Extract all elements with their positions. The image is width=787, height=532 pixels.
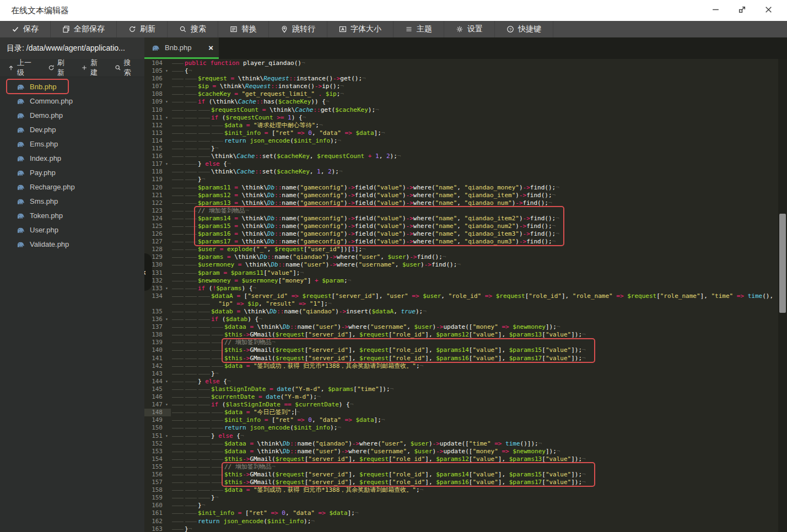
fold-arrow-icon[interactable]: ▾ [163,432,171,440]
gutter-line-number[interactable]: 141 [144,355,171,362]
gutter-line-number[interactable]: 147▾ [144,401,171,409]
toolbar-button-save[interactable]: 保存 [0,21,51,37]
code-row[interactable]: 162return json_encode($init_info);¬ [144,518,787,525]
code-row[interactable]: 163}¬ [144,525,787,532]
gutter-line-number[interactable] [144,300,171,308]
code-row[interactable]: 121$params12 = \think\Db::name("gameconf… [144,192,787,199]
gutter-line-number[interactable]: 121 [144,192,171,199]
code-row[interactable]: 126$params16 = \think\Db::name("gameconf… [144,230,787,238]
code-row[interactable]: 156$this->GMmail($request["server_id"], … [144,471,787,479]
gutter-line-number[interactable]: 154 [144,455,171,463]
gutter-line-number[interactable]: 160 [144,502,171,509]
gutter-line-number[interactable]: 108 [144,90,171,98]
gutter-line-number[interactable]: 138 [144,331,171,339]
maximize-button[interactable] [731,3,753,18]
code-row[interactable]: 147▾if ($lastSignInDate == $currentDate)… [144,401,787,409]
code-row[interactable]: 143}¬ [144,370,787,378]
gutter-line-number[interactable]: 149 [144,416,171,424]
code-row[interactable]: 141$this->GMmail($request["server_id"], … [144,355,787,362]
code-row[interactable]: 122$params13 = \think\Db::name("gameconf… [144,199,787,207]
fold-arrow-icon[interactable]: ▾ [163,401,171,409]
code-row[interactable]: 104public function player_qiandao()¬ [144,59,787,67]
gutter-line-number[interactable]: 137 [144,323,171,331]
file-item-recharge-php[interactable]: Recharge.php [0,180,144,194]
gutter-line-number[interactable]: 104 [144,59,171,67]
gutter-line-number[interactable]: 126 [144,230,171,238]
gutter-line-number[interactable]: 120 [144,184,171,192]
code-row[interactable]: 157$this->GMmail($request["server_id"], … [144,479,787,486]
code-row[interactable]: 107$ip = \think\Request::instance()->ip(… [144,83,787,90]
code-row[interactable]: 160}¬ [144,502,787,509]
sidebar-collapse-handle[interactable]: ‹ [144,253,152,291]
fold-arrow-icon[interactable]: ▾ [163,378,171,386]
code-row[interactable]: 109▾if (\think\Cache::has($cacheKey)) {¬ [144,98,787,106]
code-row[interactable]: 113$init_info = ["ret" => 0, "data" => $… [144,129,787,137]
gutter-line-number[interactable]: 158 [144,486,171,494]
file-item-dev-php[interactable]: Dev.php [0,122,144,137]
fold-arrow-icon[interactable]: ▾ [163,285,171,292]
code-row[interactable]: 129$params = \think\Db::name("qiandao")-… [144,253,787,261]
code-row[interactable]: 111▾if ($requestCount >= 1) {¬ [144,114,787,122]
code-row[interactable]: 125$params15 = \think\Db::name("gameconf… [144,222,787,230]
minimize-button[interactable] [704,3,726,18]
code-row[interactable]: 150return json_encode($init_info);¬ [144,424,787,432]
file-item-sms-php[interactable]: Sms.php [0,194,144,208]
fold-arrow-icon[interactable]: ▾ [163,67,171,75]
gutter-line-number[interactable]: 140 [144,346,171,354]
gutter-line-number[interactable]: 106 [144,75,171,83]
gutter-line-number[interactable]: 143 [144,370,171,378]
code-row[interactable]: 108$cacheKey = "get_request_limit_" . $i… [144,90,787,98]
code-row[interactable]: 131$param = $params11["value"];¬ [144,269,787,277]
code-row[interactable]: 159}¬ [144,494,787,502]
toolbar-button-settings[interactable]: 设置 [444,21,495,37]
gutter-line-number[interactable]: 110 [144,106,171,114]
code-row[interactable]: 120$params11 = \think\Db::name("gameconf… [144,184,787,192]
gutter-line-number[interactable]: 113 [144,129,171,137]
code-row[interactable]: 148$data = "今日已签到";¬ [144,409,787,416]
gutter-line-number[interactable]: 150 [144,424,171,432]
gutter-line-number[interactable]: 109▾ [144,98,171,106]
gutter-line-number[interactable]: 123 [144,207,171,215]
file-item-index-php[interactable]: Index.php [0,151,144,165]
gutter-line-number[interactable]: 119 [144,176,171,183]
gutter-line-number[interactable]: 155 [144,463,171,471]
code-row[interactable]: 123// 增加签到物品¬ [144,207,787,215]
code-row[interactable]: "ip" => $ip, "result" => "1"];¬ [144,300,787,308]
gutter-line-number[interactable]: 144▾ [144,378,171,386]
gutter-line-number[interactable]: 151▾ [144,432,171,440]
gutter-line-number[interactable]: 139 [144,339,171,346]
file-item-token-php[interactable]: Token.php [0,208,144,222]
file-item-user-php[interactable]: User.php [0,222,144,237]
code-row[interactable]: 110$requestCount = \think\Cache::get($ca… [144,106,787,114]
gutter-line-number[interactable]: 112 [144,122,171,129]
code-row[interactable]: 136▾if ($datab) {¬ [144,316,787,323]
code-row[interactable]: 128$user = explode("_", $request["user_i… [144,246,787,253]
toolbar-button-goto-line[interactable]: 跳转行 [269,21,327,37]
code-row[interactable]: 134$dataA = ["server_id" => $request["se… [144,292,787,300]
fold-arrow-icon[interactable]: ▾ [163,98,171,106]
code-row[interactable]: 142$data = "签到成功，获得 归元币*1388，其余奖励请到邮箱查收。… [144,362,787,370]
code-row[interactable]: 106$request = \think\Request::instance()… [144,75,787,83]
sidebar-tool-refresh[interactable]: 刷新 [44,56,74,80]
vertical-scrollbar[interactable] [778,59,787,532]
gutter-line-number[interactable]: 114 [144,137,171,145]
code-row[interactable]: 114return json_encode($init_info);¬ [144,137,787,145]
file-item-ems-php[interactable]: Ems.php [0,137,144,151]
gutter-line-number[interactable]: 153 [144,448,171,455]
gutter-line-number[interactable]: 124 [144,215,171,222]
gutter-line-number[interactable]: 162 [144,518,171,525]
fold-arrow-icon[interactable]: ▾ [163,316,171,323]
code-row[interactable]: 154$this->GMmail($request["server_id"], … [144,455,787,463]
code-row[interactable]: 135$datab = \think\Db::name("qiandao")->… [144,308,787,316]
gutter-line-number[interactable]: 152 [144,440,171,448]
toolbar-button-theme[interactable]: 主题 [394,21,444,37]
code-row[interactable]: 137$dataa = \think\Db::name("user")->whe… [144,323,787,331]
toolbar-button-font-size[interactable]: 字体大小 [327,21,394,37]
code-row[interactable]: 158$data = "签到成功，获得 归元币*1388，其余奖励请到邮箱查收。… [144,486,787,494]
sidebar-tool-search[interactable]: 搜索 [110,56,141,80]
code-row[interactable]: 115}¬ [144,145,787,153]
code-row[interactable]: 133▾if (!$params) {¬ [144,285,787,292]
code-row[interactable]: 139// 增加签到物品¬ [144,339,787,346]
file-item-validate-php[interactable]: Validate.php [0,237,144,251]
gutter-line-number[interactable]: 118 [144,168,171,176]
